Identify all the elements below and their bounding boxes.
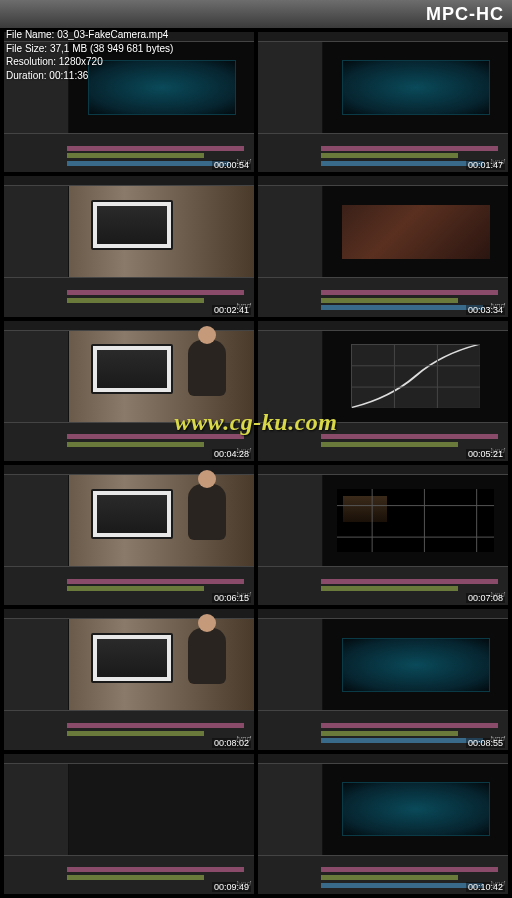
meta-dur: 00:11:36 [49, 70, 88, 81]
thumbnail[interactable]: lynd 00:02:41 [4, 176, 254, 316]
curves-graph [351, 344, 481, 408]
ae-menubar [258, 32, 508, 42]
file-metadata: File Name: 03_03-FakeCamera.mp4 File Siz… [6, 28, 173, 82]
timestamp: 00:05:21 [466, 449, 505, 459]
ae-preview [323, 764, 508, 855]
ae-preview [69, 331, 254, 422]
thumbnail[interactable]: lynd 00:01:47 [258, 32, 508, 172]
thumbnail[interactable]: lynd 00:04:28 [4, 321, 254, 461]
monitor-icon [91, 200, 172, 250]
thumbnail[interactable]: lynd 00:08:55 [258, 609, 508, 749]
ae-project-panel [4, 186, 69, 277]
ae-preview [69, 764, 254, 855]
meta-size-label: File Size: [6, 43, 47, 54]
timestamp: 00:02:41 [212, 305, 251, 315]
ae-menubar [4, 176, 254, 186]
ae-project-panel [4, 475, 69, 566]
meta-size: 37,1 MB (38 949 681 bytes) [50, 43, 173, 54]
ae-preview [323, 186, 508, 277]
ae-menubar [258, 321, 508, 331]
ae-preview [323, 331, 508, 422]
ae-menubar [258, 609, 508, 619]
timestamp: 00:04:28 [212, 449, 251, 459]
ae-project-panel [258, 619, 323, 710]
thumbnail[interactable]: lynd 00:07:08 [258, 465, 508, 605]
ae-project-panel [258, 186, 323, 277]
ae-project-panel [258, 475, 323, 566]
inset-preview [343, 496, 387, 521]
timestamp: 00:07:08 [466, 593, 505, 603]
timestamp: 00:10:42 [466, 882, 505, 892]
timestamp: 00:03:34 [466, 305, 505, 315]
thumbnail[interactable]: lynd 00:03:34 [258, 176, 508, 316]
meta-res: 1280x720 [59, 56, 103, 67]
timestamp: 00:00:54 [212, 160, 251, 170]
timestamp: 00:06:15 [212, 593, 251, 603]
thumbnail[interactable]: lynd 00:09:49 [4, 754, 254, 894]
ae-preview [323, 619, 508, 710]
ae-preview [69, 186, 254, 277]
ae-project-panel [4, 331, 69, 422]
ae-preview [69, 619, 254, 710]
monitor-icon [91, 633, 172, 683]
timestamp: 00:01:47 [466, 160, 505, 170]
rule-of-thirds-grid [337, 489, 494, 553]
ae-menubar [4, 465, 254, 475]
ae-project-panel [4, 619, 69, 710]
ae-menubar [258, 754, 508, 764]
thumbnail[interactable]: lynd 00:05:21 [258, 321, 508, 461]
monitor-icon [91, 344, 172, 394]
timestamp: 00:09:49 [212, 882, 251, 892]
monitor-icon [91, 489, 172, 539]
ae-preview [323, 42, 508, 133]
meta-res-label: Resolution: [6, 56, 56, 67]
ae-project-panel [4, 764, 69, 855]
thumbnail[interactable]: lynd 00:10:42 [258, 754, 508, 894]
ae-project-panel [258, 331, 323, 422]
thumbnail[interactable]: lynd 00:08:02 [4, 609, 254, 749]
ae-preview [323, 475, 508, 566]
person-icon [188, 628, 226, 684]
thumbnail-grid: lynd 00:00:54 lynd 00:01:47 lynd 00:02:4… [0, 28, 512, 898]
ae-menubar [258, 176, 508, 186]
ae-menubar [4, 754, 254, 764]
ae-preview [69, 475, 254, 566]
timestamp: 00:08:02 [212, 738, 251, 748]
thumbnail[interactable]: lynd 00:06:15 [4, 465, 254, 605]
ae-project-panel [258, 42, 323, 133]
titlebar: MPC-HC [0, 0, 512, 28]
person-icon [188, 340, 226, 396]
person-icon [188, 484, 226, 540]
timestamp: 00:08:55 [466, 738, 505, 748]
ae-project-panel [258, 764, 323, 855]
app-name: MPC-HC [426, 4, 504, 25]
meta-dur-label: Duration: [6, 70, 47, 81]
ae-menubar [4, 321, 254, 331]
meta-name: 03_03-FakeCamera.mp4 [57, 29, 168, 40]
meta-name-label: File Name: [6, 29, 54, 40]
ae-menubar [258, 465, 508, 475]
ae-menubar [4, 609, 254, 619]
